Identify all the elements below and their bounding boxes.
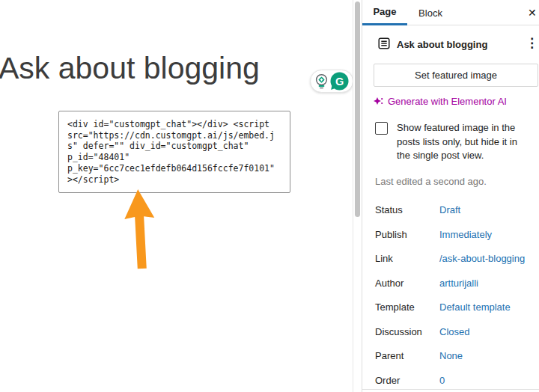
row-label: Link — [375, 253, 439, 264]
lightbulb-suggestion-icon[interactable] — [314, 73, 329, 90]
summary-header-row: Ask about blogging ⋮ — [362, 31, 539, 57]
summary-row-status: Status Draft — [375, 204, 534, 229]
order-value[interactable]: 0 — [439, 375, 445, 386]
link-value[interactable]: /ask-about-blogging — [439, 253, 525, 264]
summary-post-title: Ask about blogging — [397, 39, 487, 50]
summary-rows: Status Draft Publish Immediately Link /a… — [375, 204, 534, 392]
summary-row-link: Link /ask-about-blogging — [375, 253, 534, 278]
embed-code-block[interactable]: <div id="customgpt_chat"></div> <script … — [58, 111, 290, 193]
row-label: Author — [375, 278, 439, 289]
generate-with-elementor-ai-label: Generate with Elementor AI — [388, 96, 507, 107]
embed-code-text: <div id="customgpt_chat"></div> <script … — [67, 119, 284, 185]
panel-divider — [362, 389, 539, 390]
scrollbar-track[interactable] — [353, 0, 361, 392]
row-label: Parent — [375, 350, 439, 361]
status-value[interactable]: Draft — [439, 204, 460, 215]
svg-text:G: G — [335, 76, 344, 88]
author-value[interactable]: artturijalli — [439, 278, 478, 289]
template-value[interactable]: Default template — [439, 301, 511, 313]
settings-sidebar: Page Block ✕ Ask about blogging ⋮ Set fe… — [362, 0, 539, 392]
last-edited-status: Last edited a second ago. — [375, 176, 487, 187]
row-label: Discussion — [375, 326, 439, 337]
ai-sparkle-icon — [374, 97, 383, 106]
row-label: Order — [375, 375, 439, 386]
summary-row-template: Template Default template — [375, 301, 534, 326]
generate-with-elementor-ai-link[interactable]: Generate with Elementor AI — [374, 96, 507, 107]
scrollbar-thumb[interactable] — [355, 1, 360, 217]
discussion-value[interactable]: Closed — [439, 326, 469, 337]
document-icon — [378, 37, 390, 49]
post-title[interactable]: Ask about blogging — [0, 51, 260, 86]
summary-row-publish: Publish Immediately — [375, 229, 534, 254]
set-featured-image-button[interactable]: Set featured image — [374, 64, 538, 87]
publish-value[interactable]: Immediately — [439, 229, 492, 240]
row-label: Publish — [375, 229, 439, 240]
tab-page[interactable]: Page — [362, 0, 407, 25]
wordpress-block-editor: Ask about blogging <div id="customgpt_ch… — [0, 0, 539, 392]
summary-row-discussion: Discussion Closed — [375, 326, 534, 351]
show-featured-image-label: Show featured image in the posts lists o… — [397, 121, 536, 163]
arrow-up-icon — [118, 188, 164, 271]
parent-value[interactable]: None — [439, 350, 463, 361]
summary-row-parent: Parent None — [375, 350, 534, 375]
grammarly-icon[interactable]: G — [330, 72, 349, 91]
grammarly-widget[interactable]: G — [310, 70, 353, 93]
more-options-icon[interactable]: ⋮ — [526, 35, 538, 52]
tab-block[interactable]: Block — [407, 0, 454, 25]
close-icon[interactable]: ✕ — [528, 4, 539, 21]
summary-row-author: Author artturijalli — [375, 278, 534, 302]
sidebar-tabbar: Page Block ✕ — [362, 0, 539, 25]
show-featured-image-checkbox[interactable] — [375, 122, 388, 135]
row-label: Status — [375, 204, 439, 215]
arrow-up-annotation — [118, 188, 164, 271]
row-label: Template — [375, 301, 439, 313]
